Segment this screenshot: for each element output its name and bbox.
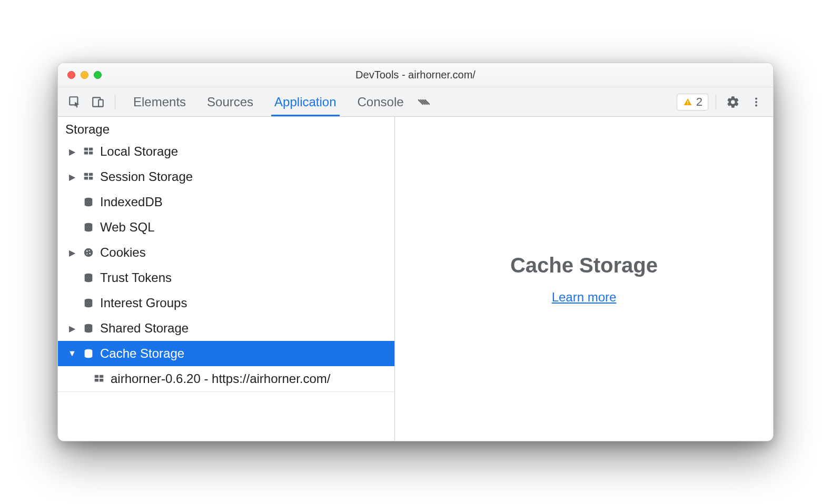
- separator: [115, 95, 115, 109]
- grid-icon: [81, 171, 96, 183]
- database-icon: [81, 272, 96, 284]
- more-menu-button[interactable]: [747, 93, 766, 112]
- tree-item-cache-storage[interactable]: ▼ Cache Storage: [58, 341, 394, 366]
- disclosure-right-icon: ▶: [67, 147, 77, 157]
- tree-item-trust-tokens[interactable]: Trust Tokens: [58, 265, 394, 290]
- grid-icon: [92, 373, 106, 385]
- tree-item-label: Session Storage: [100, 169, 193, 184]
- tab-label: Console: [358, 95, 404, 109]
- tree-item-label: Shared Storage: [100, 321, 189, 336]
- devtools-window: DevTools - airhorner.com/ Elements Sourc…: [57, 63, 774, 441]
- svg-rect-2: [98, 99, 103, 106]
- grid-icon: [81, 146, 96, 157]
- svg-rect-29: [95, 379, 98, 382]
- zoom-window-button[interactable]: [94, 71, 102, 79]
- storage-tree: ▶ Local Storage ▶ Session Storage: [58, 139, 394, 392]
- settings-button[interactable]: [724, 93, 743, 112]
- svg-point-18: [84, 248, 93, 257]
- svg-rect-15: [89, 177, 93, 180]
- disclosure-right-icon: ▶: [67, 172, 77, 182]
- window-controls: [67, 71, 102, 79]
- main-panel: Cache Storage Learn more: [395, 117, 773, 441]
- svg-point-20: [89, 250, 90, 251]
- tree-item-local-storage[interactable]: ▶ Local Storage: [58, 139, 394, 164]
- window-title: DevTools - airhorner.com/: [58, 69, 773, 81]
- section-title-storage: Storage: [58, 117, 394, 139]
- tab-label: Application: [274, 95, 336, 109]
- more-tabs-button[interactable]: [417, 97, 431, 107]
- device-toggle-button[interactable]: [88, 93, 107, 112]
- warning-icon: [682, 97, 693, 107]
- svg-rect-3: [687, 100, 688, 103]
- tab-label: Elements: [133, 95, 186, 109]
- tab-console[interactable]: Console: [358, 87, 404, 116]
- tree-item-shared-storage[interactable]: ▶ Shared Storage: [58, 316, 394, 341]
- svg-rect-28: [100, 375, 103, 378]
- svg-point-19: [86, 250, 88, 252]
- disclosure-down-icon: ▼: [67, 349, 77, 358]
- database-icon: [81, 322, 96, 334]
- svg-rect-12: [84, 173, 88, 176]
- issues-badge[interactable]: 2: [677, 94, 708, 110]
- database-icon: [81, 348, 96, 359]
- tree-item-indexeddb[interactable]: IndexedDB: [58, 189, 394, 215]
- minimize-window-button[interactable]: [81, 71, 88, 79]
- svg-rect-14: [84, 177, 88, 180]
- tree-item-label: Trust Tokens: [100, 270, 172, 285]
- tab-sources[interactable]: Sources: [207, 87, 253, 116]
- tree-item-label: Local Storage: [100, 144, 178, 159]
- disclosure-right-icon: ▶: [67, 324, 77, 334]
- tab-application[interactable]: Application: [274, 87, 336, 116]
- titlebar: DevTools - airhorner.com/: [58, 63, 773, 87]
- tree-item-interest-groups[interactable]: Interest Groups: [58, 290, 394, 316]
- database-icon: [81, 297, 96, 309]
- svg-rect-13: [89, 173, 93, 176]
- database-icon: [81, 221, 96, 233]
- tree-item-session-storage[interactable]: ▶ Session Storage: [58, 164, 394, 189]
- separator: [716, 95, 716, 109]
- database-icon: [81, 196, 96, 208]
- svg-rect-11: [89, 152, 93, 155]
- learn-more-link[interactable]: Learn more: [552, 290, 617, 305]
- panel-heading: Cache Storage: [510, 254, 658, 277]
- issues-count: 2: [696, 95, 703, 109]
- tree-item-websql[interactable]: Web SQL: [58, 215, 394, 240]
- svg-point-22: [86, 254, 87, 255]
- tree-item-label: Interest Groups: [100, 296, 187, 310]
- tree-item-cache-entry[interactable]: airhorner-0.6.20 - https://airhorner.com…: [58, 366, 394, 391]
- tab-label: Sources: [207, 95, 253, 109]
- tab-elements[interactable]: Elements: [133, 87, 186, 116]
- toolbar: Elements Sources Application Console 2: [58, 87, 773, 117]
- svg-rect-4: [687, 103, 688, 104]
- svg-rect-9: [89, 148, 93, 151]
- disclosure-right-icon: ▶: [67, 248, 77, 258]
- tree-item-cookies[interactable]: ▶ Cookies: [58, 240, 394, 265]
- tree-item-label: IndexedDB: [100, 195, 163, 209]
- svg-rect-8: [84, 148, 88, 151]
- svg-rect-10: [84, 152, 88, 155]
- kebab-icon: [750, 96, 762, 108]
- tree-item-label: airhorner-0.6.20 - https://airhorner.com…: [111, 371, 331, 386]
- inspect-element-button[interactable]: [65, 93, 84, 112]
- application-sidebar: Storage ▶ Local Storage ▶: [58, 117, 395, 441]
- svg-point-5: [755, 97, 757, 99]
- close-window-button[interactable]: [67, 71, 75, 79]
- svg-point-7: [755, 104, 757, 106]
- cookie-icon: [81, 247, 96, 258]
- tree-item-label: Cookies: [100, 245, 146, 260]
- panel-tabs: Elements Sources Application Console: [133, 87, 404, 116]
- gear-icon: [726, 95, 740, 109]
- svg-point-6: [755, 100, 757, 103]
- svg-rect-27: [95, 375, 98, 378]
- svg-rect-30: [100, 379, 103, 382]
- svg-point-21: [89, 253, 91, 254]
- tree-item-label: Web SQL: [100, 220, 155, 235]
- tree-item-label: Cache Storage: [100, 346, 184, 361]
